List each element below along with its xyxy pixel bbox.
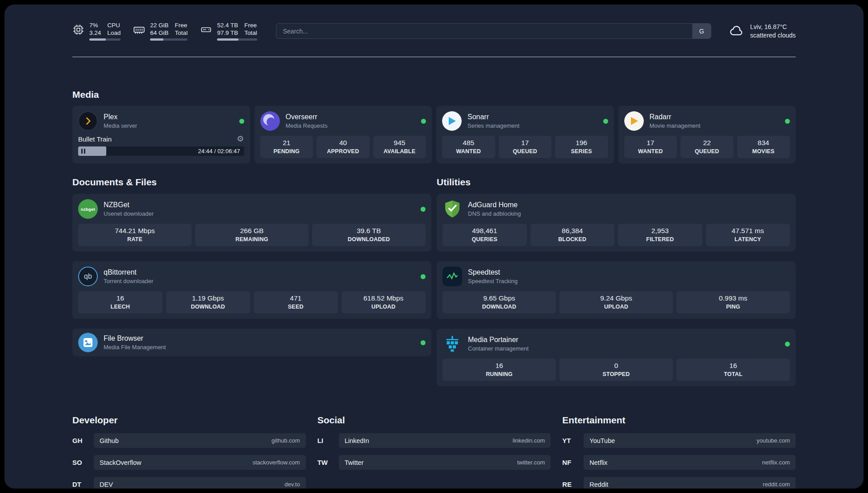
stat-tile: 471 SEED xyxy=(254,291,338,313)
stat-tile: 40 APPROVED xyxy=(317,136,370,158)
link-tag: GH xyxy=(72,437,94,444)
memory-usage-bar xyxy=(150,38,188,41)
stat-tile: 485 WANTED xyxy=(442,136,495,158)
search-bar: G xyxy=(276,23,711,39)
link-dev[interactable]: DEV dev.to xyxy=(94,477,306,489)
section-title-media: Media xyxy=(72,89,796,100)
section-title-developer: Developer xyxy=(72,415,306,426)
nzbget-icon: nzbget xyxy=(78,199,98,219)
link-netflix[interactable]: Netflix netflix.com xyxy=(584,455,796,470)
section-utilities: Utilities xyxy=(437,177,796,386)
app-name: Sonarr xyxy=(467,113,519,121)
stat-tile: 17 QUEUED xyxy=(499,136,552,158)
radarr-icon xyxy=(624,111,644,131)
gear-icon[interactable]: ⚙ xyxy=(237,135,244,143)
app-card-filebrowser[interactable]: File Browser Media File Management xyxy=(72,329,431,356)
memory-stats: 22 GiB 64 GiB Free Total xyxy=(133,21,188,41)
link-tag: YT xyxy=(562,437,584,444)
status-dot xyxy=(421,207,426,212)
stat-tile: 744.21 Mbps RATE xyxy=(78,224,192,246)
cpu-load: 3.24 xyxy=(89,29,101,37)
app-subtitle: Series management xyxy=(467,122,519,129)
app-card-qbittorrent[interactable]: qb qBittorrent Torrent downloader 16 xyxy=(72,261,431,319)
link-tag: RE xyxy=(562,480,584,488)
speedtest-icon xyxy=(442,267,462,286)
playback-progress-bar[interactable]: 24:44 / 02:06:47 xyxy=(78,146,244,156)
search-engine-button[interactable]: G xyxy=(692,24,711,38)
link-youtube[interactable]: YouTube youtube.com xyxy=(584,433,796,448)
adguard-icon xyxy=(442,199,462,219)
plex-icon xyxy=(78,111,98,131)
memory-labels: Free Total xyxy=(175,21,188,37)
app-name: NZBGet xyxy=(104,201,154,209)
filebrowser-icon xyxy=(78,333,98,352)
search-input[interactable] xyxy=(276,24,692,38)
app-name: Overseerr xyxy=(286,113,328,121)
weather-location: Lviv, 16.87°C xyxy=(750,23,796,31)
status-dot xyxy=(421,119,426,124)
disk-icon xyxy=(200,24,212,38)
app-card-adguard[interactable]: AdGuard Home DNS and adblocking 498,461 … xyxy=(437,194,796,251)
cpu-usage-bar xyxy=(89,38,121,41)
stat-tile: 21 PENDING xyxy=(260,136,313,158)
stat-tile: 39.6 TB DOWNLOADED xyxy=(312,224,426,246)
link-row-dev: DT DEV dev.to xyxy=(72,477,306,489)
sonarr-icon xyxy=(442,111,462,131)
pause-icon[interactable] xyxy=(81,149,85,154)
stat-tile: 2,953 FILTERED xyxy=(618,224,702,246)
status-dot xyxy=(785,119,790,124)
memory-total: 64 GiB xyxy=(150,29,168,37)
app-subtitle: Media Requests xyxy=(286,122,328,129)
app-subtitle: Movie management xyxy=(650,122,701,129)
app-name: qBittorrent xyxy=(104,268,153,276)
link-twitter[interactable]: Twitter twitter.com xyxy=(339,455,551,470)
link-github[interactable]: Github github.com xyxy=(94,433,306,448)
dashboard-page: 7% 3.24 CPU Load xyxy=(4,4,864,489)
status-dot xyxy=(785,342,790,347)
app-card-sonarr[interactable]: Sonarr Series management 485 WANTED 17 Q… xyxy=(436,106,614,163)
app-subtitle: Torrent downloader xyxy=(104,278,153,284)
app-card-speedtest[interactable]: Speedtest Speedtest Tracking 9.65 Gbps D… xyxy=(437,261,796,319)
link-row-github: GH Github github.com xyxy=(72,433,306,448)
topbar: 7% 3.24 CPU Load xyxy=(72,21,796,41)
stat-tile: 618.52 Mbps UPLOAD xyxy=(342,291,426,313)
stat-tile: 86,384 BLOCKED xyxy=(530,224,615,246)
memory-values: 22 GiB 64 GiB xyxy=(150,21,168,37)
app-card-overseerr[interactable]: Overseerr Media Requests 21 PENDING 40 A… xyxy=(255,106,432,163)
disk-free: 52.4 TB xyxy=(217,21,238,29)
app-subtitle: Media server xyxy=(104,122,137,129)
link-tag: DT xyxy=(72,480,94,488)
now-playing-title: Bullet Train xyxy=(78,135,112,143)
section-social: Social LI LinkedIn linkedin.com TW Twitt… xyxy=(317,415,551,489)
stat-tile: 16 LEECH xyxy=(78,291,163,313)
weather-condition: scattered clouds xyxy=(750,31,796,40)
app-card-nzbget[interactable]: nzbget NZBGet Usenet downloader 744.21 M… xyxy=(72,194,431,251)
stat-tile: 9.24 Gbps UPLOAD xyxy=(559,291,673,313)
app-card-radarr[interactable]: Radarr Movie management 17 WANTED 22 QUE… xyxy=(618,106,796,163)
disk-total: 97.9 TB xyxy=(217,29,238,37)
topbar-divider xyxy=(72,57,796,57)
link-row-reddit: RE Reddit reddit.com xyxy=(562,477,796,489)
stat-tile: 834 MOVIES xyxy=(737,136,790,158)
link-reddit[interactable]: Reddit reddit.com xyxy=(584,477,796,489)
disk-values: 52.4 TB 97.9 TB xyxy=(217,21,238,37)
section-title-entertainment: Entertainment xyxy=(562,415,796,426)
app-subtitle: Usenet downloader xyxy=(104,210,154,217)
portainer-icon xyxy=(442,334,462,354)
stat-tile: 1.19 Gbps DOWNLOAD xyxy=(166,291,250,313)
link-row-youtube: YT YouTube youtube.com xyxy=(562,433,796,448)
status-dot xyxy=(421,340,426,345)
link-stackoverflow[interactable]: StackOverflow stackoverflow.com xyxy=(94,455,306,470)
link-linkedin[interactable]: LinkedIn linkedin.com xyxy=(339,433,551,448)
stat-tile: 266 GB REMAINING xyxy=(195,224,309,246)
cloud-icon xyxy=(729,24,744,38)
app-name: Radarr xyxy=(650,113,701,121)
link-tag: SO xyxy=(72,459,94,466)
app-card-portainer[interactable]: Media Portainer Container management 16 … xyxy=(437,329,796,386)
memory-free: 22 GiB xyxy=(150,21,168,29)
app-card-plex[interactable]: Plex Media server Bullet Train ⚙ 24:44 xyxy=(72,106,250,163)
disk-usage-bar xyxy=(217,38,257,41)
stat-tile: 22 QUEUED xyxy=(680,136,734,158)
app-subtitle: DNS and adblocking xyxy=(468,210,521,217)
stat-tile: 17 WANTED xyxy=(624,136,677,158)
